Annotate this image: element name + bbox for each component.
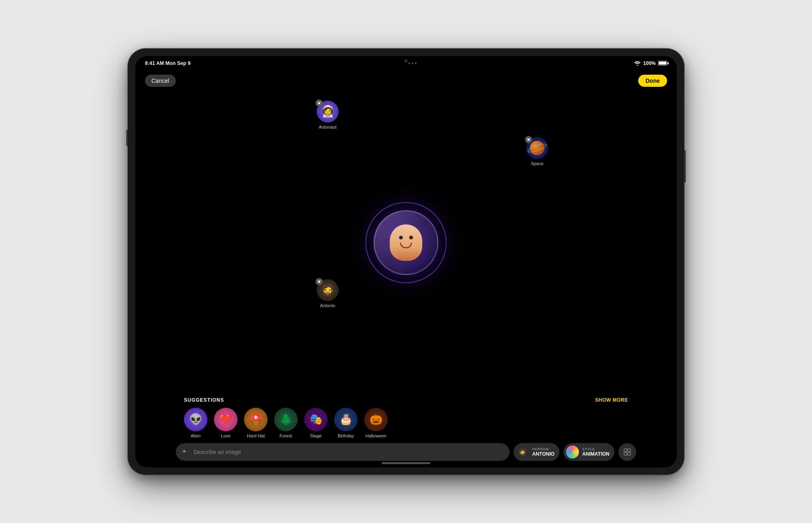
- battery-fill: [659, 62, 666, 65]
- planet-ring: [527, 142, 548, 154]
- suggestion-stage-label: Stage: [310, 433, 322, 438]
- chip-antonio-remove[interactable]: [315, 278, 323, 285]
- main-content: 🧑‍🚀 Astonaut: [135, 88, 677, 467]
- chip-antonio[interactable]: 🧔 Antonio: [317, 279, 339, 308]
- suggestions-header: SUGGESTIONS SHOW MORE: [184, 397, 628, 403]
- suggestion-halloween-img: 🎃: [364, 408, 388, 431]
- person-name: ANTONIO: [532, 451, 555, 457]
- suggestion-stage[interactable]: 🎭 Stage: [304, 408, 328, 438]
- svg-rect-1: [628, 449, 631, 452]
- suggestion-alien[interactable]: 👽 Alien: [184, 408, 207, 438]
- suggestion-stage-img: 🎭: [304, 408, 328, 431]
- status-dot-2: [412, 62, 413, 64]
- suggestion-birthday-img: 🎂: [334, 408, 358, 431]
- suggestions-grid: 👽 Alien ❤️ Love ⛑️ Hard Hat 🌲 Forest: [184, 408, 628, 438]
- suggestion-forest-img: 🌲: [274, 408, 298, 431]
- status-bar: 9:41 AM Mon Sep 9 100%: [135, 56, 677, 71]
- suggestion-forest[interactable]: 🌲 Forest: [274, 408, 298, 438]
- person-chip[interactable]: 🧔 PERSON ANTONIO: [514, 443, 559, 461]
- ipad-screen: 9:41 AM Mon Sep 9 100% Cancel D: [135, 56, 677, 467]
- suggestion-alien-img: 👽: [184, 408, 207, 431]
- suggestions-title: SUGGESTIONS: [184, 397, 224, 403]
- cancel-button[interactable]: Cancel: [145, 75, 176, 87]
- suggestion-love-img: ❤️: [214, 408, 238, 431]
- show-more-button[interactable]: SHOW MORE: [595, 397, 628, 403]
- chip-astonaut[interactable]: 🧑‍🚀 Astonaut: [317, 101, 339, 129]
- avatar-area: 🧑‍🚀 Astonaut: [135, 88, 677, 397]
- style-info: STYLE ANIMATION: [582, 447, 609, 457]
- suggestion-hardhat-label: Hard Hat: [247, 433, 265, 438]
- gallery-button[interactable]: [618, 443, 636, 461]
- suggestions-section: SUGGESTIONS SHOW MORE 👽 Alien ❤️ Love ⛑️: [135, 397, 677, 438]
- person-info: PERSON ANTONIO: [532, 447, 555, 457]
- suggestion-birthday-label: Birthday: [338, 433, 354, 438]
- suggestion-love-label: Love: [221, 433, 231, 438]
- home-indicator: [382, 462, 430, 464]
- suggestion-birthday[interactable]: 🎂 Birthday: [334, 408, 358, 438]
- gallery-icon: [623, 448, 631, 456]
- chip-space-remove[interactable]: [525, 136, 532, 143]
- chip-space[interactable]: Space: [526, 137, 548, 166]
- suggestion-halloween-label: Halloween: [365, 433, 386, 438]
- astronaut-inner: [374, 210, 438, 275]
- suggestion-forest-label: Forest: [279, 433, 292, 438]
- battery-icon: [658, 61, 667, 65]
- style-chip[interactable]: STYLE ANIMATION: [564, 443, 614, 461]
- chip-space-label: Space: [531, 161, 543, 166]
- status-dot-1: [408, 62, 410, 64]
- main-avatar: [365, 202, 447, 283]
- wifi-icon: [634, 61, 641, 66]
- svg-rect-2: [624, 452, 627, 455]
- describe-image-input[interactable]: ✦ Describe an image: [176, 443, 510, 461]
- sparkle-icon: ✦: [181, 448, 190, 456]
- style-orb: [566, 446, 579, 458]
- battery-pct: 100%: [643, 60, 656, 66]
- planet-icon: [530, 141, 544, 155]
- style-name: ANIMATION: [582, 451, 609, 457]
- svg-rect-3: [628, 452, 631, 455]
- status-right: 100%: [634, 60, 667, 66]
- chip-astonaut-label: Astonaut: [319, 125, 336, 129]
- person-label: PERSON: [532, 447, 555, 451]
- svg-rect-0: [624, 449, 627, 452]
- style-label: STYLE: [582, 447, 609, 451]
- main-avatar-container: [365, 202, 447, 283]
- suggestion-hardhat-img: ⛑️: [244, 408, 268, 431]
- helmet-visor: [374, 210, 438, 275]
- describe-placeholder: Describe an image: [194, 449, 241, 455]
- power-button: [684, 150, 686, 183]
- chip-astonaut-remove[interactable]: [315, 99, 323, 107]
- volume-button: [126, 130, 128, 146]
- person-avatar-small: 🧔: [516, 446, 529, 458]
- status-time: 9:41 AM Mon Sep 9: [145, 60, 190, 66]
- suggestion-love[interactable]: ❤️ Love: [214, 408, 238, 438]
- suggestion-hardhat[interactable]: ⛑️ Hard Hat: [244, 408, 268, 438]
- status-dot-3: [415, 62, 417, 64]
- done-button[interactable]: Done: [638, 75, 667, 87]
- status-center: [408, 62, 417, 64]
- bottom-toolbar: ✦ Describe an image 🧔 PERSON ANTONIO STY…: [135, 443, 677, 461]
- suggestion-alien-label: Alien: [191, 433, 201, 438]
- chip-antonio-label: Antonio: [320, 303, 335, 308]
- ipad-device: 9:41 AM Mon Sep 9 100% Cancel D: [128, 49, 684, 475]
- suggestion-halloween[interactable]: 🎃 Halloween: [364, 408, 388, 438]
